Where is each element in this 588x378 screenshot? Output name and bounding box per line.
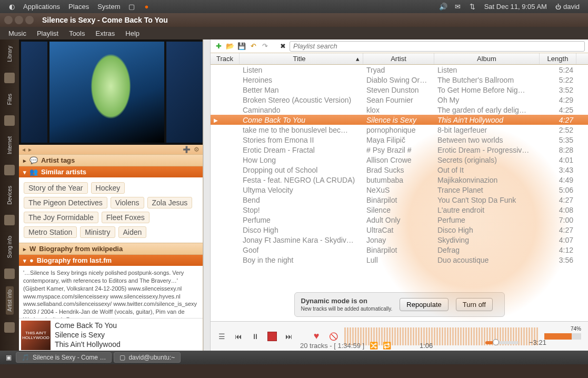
mail-icon[interactable]: ✉ bbox=[453, 2, 463, 12]
maximize-button[interactable] bbox=[25, 16, 34, 24]
similar-artist-tag[interactable]: Violens bbox=[111, 197, 144, 208]
minimize-button[interactable] bbox=[15, 16, 23, 24]
similar-artist-tag[interactable]: Fleet Foxes bbox=[102, 212, 150, 223]
playlist-search-input[interactable] bbox=[290, 41, 585, 52]
taskbar-item[interactable]: 🎵 Silence is Sexy - Come … bbox=[16, 352, 112, 363]
section-similar-artists[interactable]: 👥 Similar artists bbox=[19, 166, 203, 177]
taskbar-item[interactable]: ▢ david@ubuntu:~ bbox=[114, 352, 181, 363]
playlist-row[interactable]: Broken Stereo (Acoustic Version)Sean Fou… bbox=[211, 95, 588, 105]
next-track-button[interactable]: ⏭ bbox=[283, 331, 295, 342]
menu-music[interactable]: Music bbox=[3, 29, 32, 37]
playlist-row[interactable]: Stories from Emona IIMaya FilipičBetween… bbox=[211, 135, 588, 145]
close-button[interactable] bbox=[4, 16, 13, 24]
tab-artistinfo[interactable]: Artist info bbox=[6, 286, 14, 315]
col-album[interactable]: Album bbox=[434, 53, 540, 64]
col-track[interactable]: Track bbox=[211, 53, 240, 64]
playlist-row[interactable]: Disco HighUltraCatDisco High4:27 bbox=[211, 225, 588, 235]
album-art[interactable]: THIS AIN'T HOLLYWOOD bbox=[21, 321, 51, 350]
add-icon[interactable]: ➕ bbox=[183, 146, 191, 153]
playlist-row[interactable]: CaminandokloxThe garden of early delig…4… bbox=[211, 105, 588, 115]
playlist-new-icon[interactable]: ✚ bbox=[214, 42, 223, 51]
shuffle-icon[interactable]: 🔀 bbox=[370, 342, 378, 350]
terminal-launcher-icon[interactable]: ▢ bbox=[127, 2, 136, 12]
files-icon[interactable] bbox=[4, 115, 15, 126]
show-desktop-icon[interactable]: ▣ bbox=[3, 354, 14, 361]
playlist-row[interactable]: Erotic Dream - Fractal# Psy Brazil #Erot… bbox=[211, 145, 588, 155]
playlist-row[interactable]: Jonay Ft Jasmine Kara - Skydiv…JonaySkyd… bbox=[211, 235, 588, 245]
similar-artist-tag[interactable]: Ministry bbox=[80, 226, 115, 238]
ban-button[interactable]: 🚫 bbox=[327, 331, 339, 342]
playlist-row[interactable]: HeroinesDiablo Swing Or…The Butcher's Ba… bbox=[211, 75, 588, 85]
artist-photo[interactable] bbox=[21, 42, 47, 143]
tab-devices[interactable]: Devices bbox=[6, 183, 14, 208]
similar-artist-tag[interactable]: Story of the Year bbox=[24, 182, 88, 194]
clear-icon[interactable]: ✖ bbox=[278, 42, 287, 51]
firefox-launcher-icon[interactable]: ● bbox=[142, 2, 151, 12]
section-artist-tags[interactable]: 💬 Artist tags bbox=[19, 154, 203, 166]
user-menu[interactable]: ⏻david bbox=[551, 3, 584, 11]
scrollbar[interactable] bbox=[203, 39, 211, 351]
clock[interactable]: Sat Dec 11, 9:05 AM bbox=[480, 3, 551, 11]
turnoff-button[interactable]: Turn off bbox=[456, 298, 493, 311]
applications-menu[interactable]: Applications bbox=[19, 3, 64, 11]
similar-artist-tag[interactable]: Aiden bbox=[118, 226, 147, 238]
repeat-icon[interactable]: 🔁 bbox=[383, 342, 391, 350]
tab-library[interactable]: Library bbox=[6, 43, 14, 65]
redo-icon[interactable]: ↷ bbox=[260, 42, 270, 51]
artist-photo[interactable] bbox=[49, 42, 164, 143]
menu-extras[interactable]: Extras bbox=[91, 29, 121, 37]
ubuntu-logo-icon[interactable]: ◐ bbox=[7, 2, 16, 12]
settings-icon[interactable]: ⚙ bbox=[194, 146, 200, 153]
section-bio-lastfm[interactable]: ● Biography from last.fm bbox=[19, 254, 203, 266]
col-title[interactable]: Title ▴ bbox=[240, 53, 363, 64]
tab-songinfo[interactable]: Song info bbox=[6, 233, 14, 261]
section-bio-wikipedia[interactable]: W Biography from wikipedia bbox=[19, 243, 203, 254]
internet-icon[interactable] bbox=[4, 165, 15, 175]
playlist-row[interactable]: GoofBinärpilotDefrag4:12 bbox=[211, 245, 588, 255]
playlist-row[interactable]: Boy in the nightLullDuo acoustique3:56 bbox=[211, 255, 588, 265]
playlist-row[interactable]: Stop!SilenceL'autre endroit4:08 bbox=[211, 205, 588, 215]
artist-photo[interactable] bbox=[166, 42, 203, 143]
network-icon[interactable]: ⇅ bbox=[468, 2, 477, 12]
playlist-row[interactable]: Festa - feat. NEGRO (LA CRUDA)butumbabaM… bbox=[211, 175, 588, 185]
menu-playlist[interactable]: Playlist bbox=[32, 29, 64, 37]
songinfo-icon[interactable] bbox=[4, 268, 15, 279]
tab-internet[interactable]: Internet bbox=[6, 133, 14, 157]
playlist-row[interactable]: Ultyma VelocityNeXuSTrance Planet5:06 bbox=[211, 185, 588, 195]
play-pause-button[interactable]: ⏸ bbox=[250, 331, 261, 342]
volume-icon[interactable]: 🔊 bbox=[438, 2, 448, 12]
playlist-open-icon[interactable]: 📂 bbox=[225, 42, 235, 51]
playlist-row[interactable]: take me to the bonuslevel bec…pornophoni… bbox=[211, 125, 588, 135]
menu-tools[interactable]: Tools bbox=[64, 29, 90, 37]
col-artist[interactable]: Artist bbox=[363, 53, 434, 64]
playlist-save-icon[interactable]: 💾 bbox=[237, 42, 246, 51]
playlist-row[interactable]: How LongAllison CroweSecrets (originals)… bbox=[211, 155, 588, 165]
playlist-row[interactable]: BendBinärpilotYou Can't Stop Da Funk4:27 bbox=[211, 195, 588, 205]
playlist-row[interactable]: ListenTryadListen5:24 bbox=[211, 65, 588, 75]
similar-artist-tag[interactable]: Metro Station bbox=[24, 226, 77, 238]
similar-artist-tag[interactable]: The Joy Formidable bbox=[24, 212, 98, 223]
similar-artist-tag[interactable]: Zola Jesus bbox=[147, 197, 193, 208]
prev-icon[interactable]: ◂ bbox=[22, 146, 25, 153]
playlist-row[interactable]: PerfumeAdult OnlyPerfume7:00 bbox=[211, 215, 588, 225]
seek-slider[interactable] bbox=[485, 341, 519, 344]
tab-files[interactable]: Files bbox=[6, 91, 14, 108]
next-icon[interactable]: ▸ bbox=[28, 146, 32, 153]
places-menu[interactable]: Places bbox=[64, 3, 93, 11]
repopulate-button[interactable]: Repopulate bbox=[400, 298, 449, 311]
playlist-row[interactable]: Dropping out of SchoolBrad SucksOut of I… bbox=[211, 165, 588, 175]
undo-icon[interactable]: ↶ bbox=[248, 42, 258, 51]
prev-track-button[interactable]: ⏮ bbox=[233, 331, 244, 342]
devices-icon[interactable] bbox=[4, 215, 15, 225]
similar-artist-tag[interactable]: The Pigeon Detectives bbox=[24, 197, 107, 208]
col-length[interactable]: Length bbox=[540, 53, 576, 64]
artistinfo-icon[interactable] bbox=[4, 322, 15, 333]
similar-artist-tag[interactable]: Hockey bbox=[91, 182, 125, 194]
playlist-row[interactable]: Better ManSteven DunstonTo Get Home Befo… bbox=[211, 85, 588, 95]
playlist-row[interactable]: Come Back To YouSilence is SexyThis Ain'… bbox=[211, 115, 588, 125]
system-menu[interactable]: System bbox=[93, 3, 124, 11]
playlist-toggle-icon[interactable]: ☰ bbox=[216, 331, 227, 342]
library-icon[interactable] bbox=[4, 73, 15, 83]
menu-help[interactable]: Help bbox=[120, 29, 145, 37]
stop-button[interactable] bbox=[266, 331, 278, 342]
